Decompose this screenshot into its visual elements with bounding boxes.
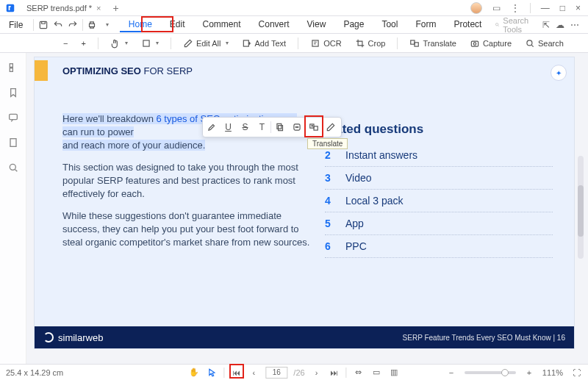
minimize-button[interactable]: — — [541, 3, 550, 13]
print-dropdown[interactable] — [101, 18, 110, 32]
similarweb-logo-icon — [43, 332, 54, 343]
scrollbar-thumb[interactable] — [578, 185, 584, 237]
title-bar: SERP trends.pdf * × + ▭ ⋮ — □ × — [0, 0, 588, 16]
select-mode-icon[interactable] — [206, 367, 218, 379]
menu-view[interactable]: View — [298, 18, 335, 32]
page-title: OPTIMIZING SEO FOR SERP — [62, 65, 193, 76]
overflow-icon[interactable]: ⋯ — [570, 20, 579, 30]
add-text-button[interactable]: Add Text — [237, 37, 291, 50]
fullscreen-icon[interactable]: ⛶ — [570, 367, 582, 379]
page-right-list: elated questions 2Instant answers 3Video… — [325, 122, 553, 258]
translate-tool-icon[interactable] — [305, 118, 322, 137]
svg-rect-12 — [10, 64, 12, 68]
text-format-tool-icon[interactable]: T — [254, 118, 270, 137]
fit-page-icon[interactable]: ▭ — [370, 367, 382, 379]
edit-all-button[interactable]: Edit All — [179, 37, 233, 50]
zoom-out-status-icon[interactable]: − — [445, 367, 457, 379]
redo-icon[interactable] — [68, 18, 78, 32]
window-more-icon[interactable]: ⋮ — [511, 3, 520, 13]
ai-tool-icon[interactable] — [288, 118, 305, 137]
edit-tool-icon[interactable] — [322, 118, 339, 137]
list-item: 2Instant answers — [325, 144, 553, 167]
search-tools-input[interactable]: Search Tools — [495, 16, 532, 34]
home-toolbar: − + Edit All Add Text OCR Crop Translate… — [0, 34, 588, 53]
search-panel-icon[interactable] — [7, 162, 19, 173]
svg-rect-8 — [415, 42, 418, 46]
attachments-icon[interactable] — [7, 137, 19, 148]
add-tab-button[interactable]: + — [107, 2, 125, 14]
capture-button[interactable]: Capture — [465, 37, 516, 50]
bookmarks-icon[interactable] — [7, 87, 19, 98]
maximize-button[interactable]: □ — [560, 3, 565, 13]
fit-width-icon[interactable]: ⇔ — [353, 367, 365, 379]
svg-point-10 — [473, 42, 476, 45]
search-tools-placeholder: Search Tools — [503, 16, 532, 34]
ocr-button[interactable]: OCR — [306, 37, 345, 50]
menu-protect[interactable]: Protect — [445, 18, 490, 32]
svg-rect-23 — [314, 126, 318, 130]
save-icon[interactable] — [38, 18, 49, 32]
list-item: 3Video — [325, 167, 553, 190]
copy-tool-icon[interactable] — [271, 118, 288, 137]
svg-rect-13 — [10, 68, 12, 72]
zoom-in-status-icon[interactable]: + — [523, 367, 535, 379]
close-tab-icon[interactable]: × — [96, 4, 101, 12]
vertical-scrollbar[interactable] — [578, 156, 584, 259]
workspace: OPTIMIZING SEO FOR SERP ✦ Here we'll bre… — [0, 53, 588, 364]
menu-tool[interactable]: Tool — [373, 18, 406, 32]
undo-icon[interactable] — [53, 18, 63, 32]
status-bar: 25.4 x 14.29 cm ✋ ⏮ ‹ 16/26 › ⏭ ⇔ ▭ ▥ − … — [0, 364, 588, 380]
svg-rect-14 — [9, 114, 17, 119]
prev-page-icon[interactable]: ‹ — [248, 367, 259, 379]
zoom-slider[interactable] — [465, 371, 516, 374]
svg-rect-18 — [276, 123, 281, 129]
zoom-in-button[interactable]: + — [76, 37, 90, 49]
next-page-icon[interactable]: › — [311, 367, 323, 379]
menu-home[interactable]: Home — [120, 18, 161, 32]
thumbnails-icon[interactable] — [7, 62, 19, 74]
svg-rect-9 — [471, 41, 478, 46]
zoom-out-button[interactable]: − — [59, 37, 72, 49]
menu-comment[interactable]: Comment — [194, 18, 250, 32]
translate-toolbar-button[interactable]: Translate — [405, 37, 460, 50]
svg-rect-1 — [40, 21, 46, 28]
print-icon[interactable] — [87, 18, 97, 32]
hand-tool-dropdown[interactable] — [106, 37, 132, 50]
crop-button[interactable]: Crop — [351, 37, 390, 50]
highlight-tool-icon[interactable] — [203, 118, 220, 137]
ai-assist-icon[interactable]: ✦ — [551, 65, 567, 81]
menu-convert[interactable]: Convert — [250, 18, 298, 32]
hand-mode-icon[interactable]: ✋ — [188, 367, 200, 379]
svg-point-21 — [297, 126, 298, 127]
close-window-button[interactable]: × — [576, 3, 581, 13]
menu-page[interactable]: Page — [334, 18, 373, 32]
comments-icon[interactable] — [7, 112, 19, 123]
menu-edit[interactable]: Edit — [161, 18, 194, 32]
search-toolbar-button[interactable]: Search — [520, 37, 568, 50]
translate-tooltip: Translate — [307, 138, 348, 149]
cloud-icon[interactable]: ☁ — [556, 20, 564, 30]
strikethrough-tool-icon[interactable]: S — [237, 118, 254, 137]
zoom-slider-thumb[interactable] — [501, 369, 509, 376]
last-page-icon[interactable]: ⏭ — [329, 367, 340, 379]
document-area[interactable]: OPTIMIZING SEO FOR SERP ✦ Here we'll bre… — [26, 53, 588, 364]
share-icon[interactable]: ⇱ — [542, 20, 550, 30]
side-nav — [0, 53, 26, 364]
document-tab[interactable]: SERP trends.pdf * × — [21, 1, 107, 15]
menu-form[interactable]: Form — [406, 18, 445, 32]
menu-bar: File Home Edit Comment Convert View Page… — [0, 16, 588, 34]
file-menu[interactable]: File — [3, 20, 29, 30]
list-item: 4Local 3 pack — [325, 190, 553, 212]
layout-icon[interactable]: ▥ — [388, 367, 400, 379]
select-tool-dropdown[interactable] — [137, 37, 163, 50]
right-list-heading: elated questions — [325, 122, 553, 137]
svg-rect-0 — [7, 4, 15, 12]
list-item: 5App — [325, 212, 553, 235]
page-number-input[interactable]: 16 — [265, 367, 287, 379]
page-total: /26 — [293, 368, 304, 377]
underline-tool-icon[interactable]: U — [220, 118, 237, 137]
window-menu-icon[interactable]: ▭ — [492, 3, 501, 13]
user-avatar-icon[interactable] — [470, 2, 482, 14]
document-tab-title: SERP trends.pdf * — [26, 4, 92, 12]
first-page-icon[interactable]: ⏮ — [230, 367, 242, 379]
